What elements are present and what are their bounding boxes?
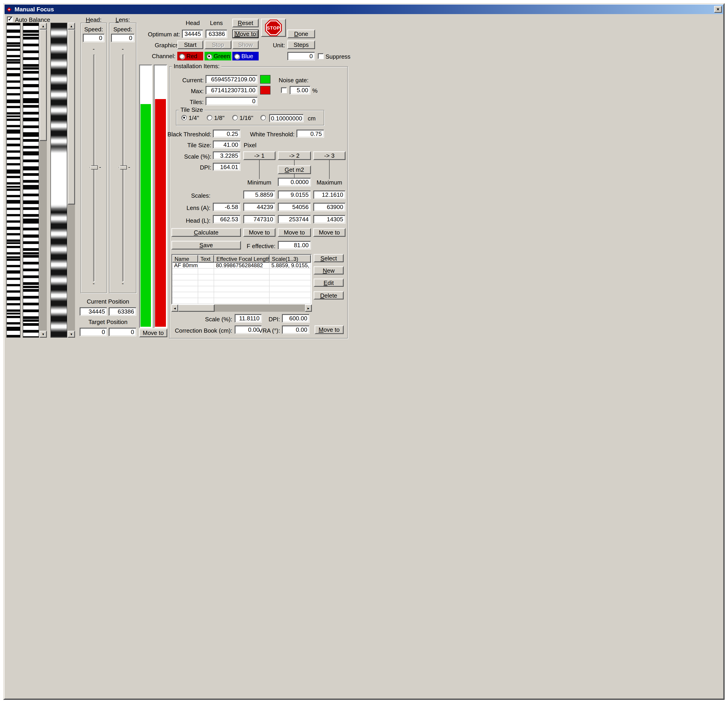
table-row[interactable] bbox=[172, 298, 311, 304]
white-threshold-field[interactable]: 0.75 bbox=[296, 130, 324, 138]
scroll-down-icon[interactable]: ▼ bbox=[39, 331, 47, 338]
scale2-field[interactable]: 11.8110 bbox=[235, 314, 262, 323]
focus-strip-2 bbox=[23, 23, 39, 338]
noise-gate-checkbox[interactable] bbox=[281, 87, 287, 93]
lens-a-field-3[interactable]: 63900 bbox=[313, 203, 345, 211]
max-value-field[interactable]: 67141230731.00 bbox=[205, 86, 258, 95]
tile-sixteenth-radio[interactable] bbox=[232, 115, 238, 120]
scroll-left-icon[interactable]: ◄ bbox=[171, 305, 178, 312]
vra-field[interactable]: 0.00 bbox=[282, 325, 309, 334]
scrollbar-thumb[interactable] bbox=[39, 30, 47, 141]
black-threshold-field[interactable]: 0.25 bbox=[213, 130, 240, 138]
f-effective-field[interactable]: 81.00 bbox=[278, 241, 311, 250]
scroll-up-icon[interactable]: ▲ bbox=[68, 23, 75, 30]
edit-button[interactable]: Edit bbox=[313, 279, 344, 287]
table-row[interactable] bbox=[172, 292, 311, 298]
head-l-field-2[interactable]: 253744 bbox=[278, 215, 311, 224]
move-to-optimum-button[interactable]: Move to bbox=[232, 30, 259, 38]
table-row[interactable] bbox=[172, 286, 311, 292]
get-m2-button[interactable]: Get m2 bbox=[278, 165, 311, 174]
column-header-efl[interactable]: Effective Focal Length bbox=[214, 255, 270, 263]
graphics-stop-button[interactable]: Stop bbox=[205, 40, 231, 49]
move-to-bottom-button[interactable]: Move to bbox=[315, 325, 344, 334]
head-l-field-1[interactable]: 747310 bbox=[243, 215, 276, 224]
f-effective-label: F effective: bbox=[239, 243, 276, 250]
select-button[interactable]: Select bbox=[313, 254, 344, 262]
dpi-field[interactable]: 164.01 bbox=[213, 163, 240, 171]
noise-gate-field[interactable]: 5.00 bbox=[290, 86, 311, 95]
current-lens-field[interactable]: 63386 bbox=[109, 307, 136, 316]
tile-custom-radio[interactable] bbox=[260, 115, 266, 120]
lens-a-field-0[interactable]: -6.58 bbox=[213, 203, 240, 211]
stop-sign-button[interactable]: STOP bbox=[261, 19, 286, 37]
table-row[interactable]: AF 80mm 80.9986756284882 5.8859, 9.0155,… bbox=[172, 263, 311, 268]
table-row[interactable] bbox=[172, 280, 311, 286]
channel-blue-radio[interactable]: Blue bbox=[232, 52, 259, 61]
save-button[interactable]: Save bbox=[171, 241, 241, 250]
table-scrollbar[interactable]: ◄ ► bbox=[171, 305, 312, 312]
scales-mid-field[interactable]: 9.0155 bbox=[278, 191, 311, 199]
unit-steps-button[interactable]: Steps bbox=[287, 40, 315, 49]
strip-scrollbar-2[interactable]: ▲ ▼ bbox=[68, 23, 75, 338]
dpi2-field[interactable]: 600.00 bbox=[282, 314, 309, 323]
tiles-value-field[interactable]: 0 bbox=[205, 97, 258, 105]
move-to-max-button[interactable]: Move to bbox=[313, 228, 345, 237]
lens-a-field-2[interactable]: 54056 bbox=[278, 203, 311, 211]
scales-max-field[interactable]: 12.1610 bbox=[313, 191, 345, 199]
current-head-field[interactable]: 34445 bbox=[79, 307, 107, 316]
channel-red-radio[interactable]: Red bbox=[177, 52, 203, 61]
graphics-start-button[interactable]: Start bbox=[177, 40, 203, 49]
scrollbar-thumb[interactable] bbox=[68, 30, 75, 205]
lens-slider-label: Lens: bbox=[109, 16, 136, 23]
goto-2-button[interactable]: -> 2 bbox=[278, 151, 311, 160]
scales-min-field[interactable]: 5.8859 bbox=[243, 191, 276, 199]
channel-green-radio[interactable]: Green bbox=[205, 52, 231, 61]
tile-custom-field[interactable]: 0.10000000 bbox=[269, 114, 304, 122]
vra-label: VRA (°): bbox=[257, 327, 280, 334]
scroll-right-icon[interactable]: ► bbox=[305, 305, 312, 312]
tile-size-field[interactable]: 41.00 bbox=[213, 140, 240, 149]
table-row[interactable] bbox=[172, 268, 311, 274]
scale-field[interactable]: 3.2285 bbox=[213, 151, 240, 160]
scroll-up-icon[interactable]: ▲ bbox=[39, 23, 47, 30]
lens-speed-field[interactable]: 0 bbox=[111, 34, 134, 42]
strip-scrollbar-1[interactable]: ▲ ▼ bbox=[39, 23, 47, 338]
tile-eighth-label: 1/8'' bbox=[214, 114, 225, 121]
close-icon[interactable]: × bbox=[714, 6, 722, 13]
move-to-position-button[interactable]: Move to bbox=[139, 329, 167, 337]
goto-1-button[interactable]: -> 1 bbox=[243, 151, 276, 160]
column-header-text[interactable]: Text bbox=[198, 255, 214, 263]
lens-a-field-1[interactable]: 44239 bbox=[243, 203, 276, 211]
graphics-show-button[interactable]: Show bbox=[232, 40, 259, 49]
delete-button[interactable]: Delete bbox=[313, 291, 344, 299]
target-head-field[interactable]: 0 bbox=[79, 328, 107, 336]
scrollbar-thumb[interactable] bbox=[178, 305, 215, 312]
optimum-head-field[interactable]: 34445 bbox=[182, 30, 203, 38]
calculate-button[interactable]: Calculate bbox=[171, 228, 241, 237]
done-button[interactable]: Done bbox=[287, 30, 315, 38]
stop-sign-text: STOP bbox=[267, 25, 280, 30]
new-button[interactable]: New bbox=[313, 266, 344, 274]
head-l-field-3[interactable]: 14305 bbox=[313, 215, 345, 224]
suppress-checkbox[interactable] bbox=[318, 53, 324, 59]
m2-value-field[interactable]: 0.0000 bbox=[278, 178, 311, 186]
move-to-mid-button[interactable]: Move to bbox=[278, 228, 311, 237]
column-header-name[interactable]: Name bbox=[172, 255, 198, 263]
reset-button[interactable]: Reset bbox=[232, 19, 259, 27]
move-to-min-button[interactable]: Move to bbox=[243, 228, 276, 237]
tile-quarter-radio[interactable] bbox=[181, 115, 187, 120]
auto-balance-checkbox[interactable] bbox=[7, 16, 13, 22]
head-l-field-0[interactable]: 662.53 bbox=[213, 215, 240, 224]
suppress-value-field[interactable]: 0 bbox=[287, 52, 315, 61]
table-row[interactable] bbox=[172, 274, 311, 280]
percent-label: % bbox=[312, 87, 318, 94]
current-value-field[interactable]: 65945572109.00 bbox=[205, 75, 258, 84]
column-header-scale[interactable]: Scale(1..3) bbox=[270, 255, 311, 263]
head-speed-field[interactable]: 0 bbox=[83, 34, 104, 42]
optimum-lens-field[interactable]: 63386 bbox=[205, 30, 227, 38]
target-lens-field[interactable]: 0 bbox=[109, 328, 136, 336]
scroll-down-icon[interactable]: ▼ bbox=[68, 331, 75, 338]
tile-eighth-radio[interactable] bbox=[207, 115, 212, 120]
goto-3-button[interactable]: -> 3 bbox=[313, 151, 345, 160]
focus-strip-3 bbox=[51, 23, 67, 338]
